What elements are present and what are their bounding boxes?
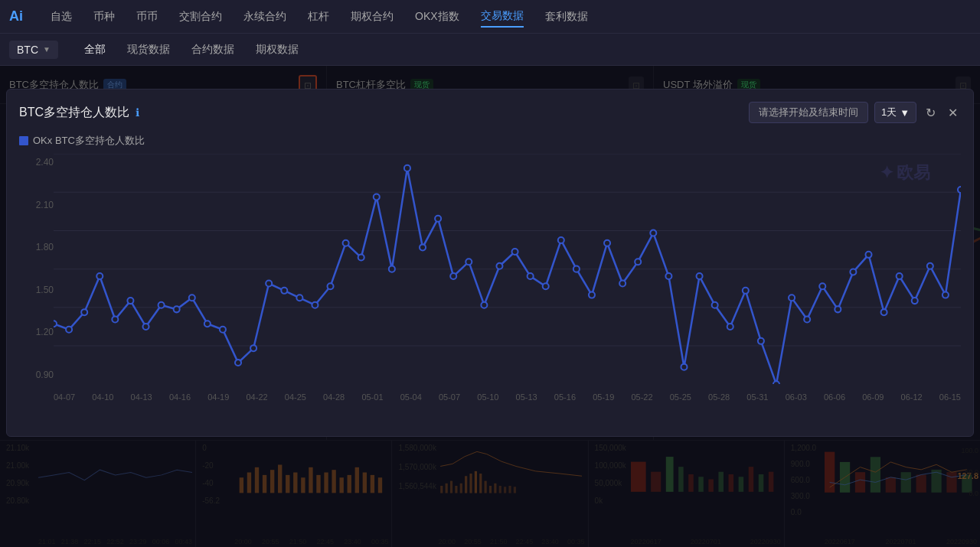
sub-tab-all[interactable]: 全部 <box>74 37 116 63</box>
nav-item-okxzhibiao[interactable]: OKX指数 <box>415 7 459 27</box>
svg-point-94 <box>512 249 518 255</box>
svg-point-74 <box>204 321 211 327</box>
sub-tab-contract[interactable]: 合约数据 <box>181 37 245 63</box>
svg-point-83 <box>343 240 349 246</box>
btc-dropdown[interactable]: BTC ▼ <box>9 41 58 59</box>
nav-item-bibi[interactable]: 币币 <box>136 7 158 27</box>
x-axis: 04-07 04-10 04-13 04-16 04-19 04-22 04-2… <box>54 388 961 406</box>
svg-point-89 <box>435 216 441 222</box>
y-label-240: 2.40 <box>19 157 54 168</box>
svg-point-96 <box>543 283 549 289</box>
dropdown-arrow-icon: ▼ <box>43 45 51 54</box>
modal-controls: 请选择开始及结束时间 1天 ▼ ↻ ✕ <box>749 102 961 123</box>
nav-item-jiaoge[interactable]: 交割合约 <box>179 7 222 27</box>
y-label-150: 1.50 <box>19 285 54 295</box>
svg-point-80 <box>296 295 302 301</box>
x-label-0612: 06-12 <box>901 392 923 402</box>
x-label-0501: 05-01 <box>361 392 383 402</box>
nav-item-yongxu[interactable]: 永续合约 <box>243 7 286 27</box>
svg-point-92 <box>481 302 487 308</box>
svg-point-110 <box>758 338 764 344</box>
x-label-0531: 05-31 <box>746 392 768 402</box>
nav-item-qiquan[interactable]: 期权合约 <box>351 7 394 27</box>
info-icon[interactable]: ℹ <box>136 106 139 119</box>
period-select[interactable]: 1天 ▼ <box>874 102 916 123</box>
x-label-0615: 06-15 <box>939 392 961 402</box>
x-label-0419: 04-19 <box>207 392 229 402</box>
refresh-button[interactable]: ↻ <box>923 104 939 122</box>
svg-point-95 <box>528 273 534 279</box>
svg-point-105 <box>681 364 687 370</box>
nav-item-ganggan[interactable]: 杠杆 <box>308 7 329 27</box>
svg-point-70 <box>142 324 149 330</box>
x-label-0519: 05-19 <box>593 392 614 402</box>
svg-point-97 <box>558 237 564 243</box>
x-label-0504: 05-04 <box>400 392 422 402</box>
y-label-180: 1.80 <box>19 242 54 252</box>
x-label-0425: 04-25 <box>285 392 306 402</box>
svg-point-112 <box>789 295 795 301</box>
y-label-210: 2.10 <box>19 200 54 210</box>
x-label-0513: 05-13 <box>516 392 537 402</box>
svg-point-93 <box>496 263 502 269</box>
sub-tab-spot[interactable]: 现货数据 <box>116 37 181 63</box>
x-label-0410: 04-10 <box>92 392 113 402</box>
sub-tab-options[interactable]: 期权数据 <box>245 37 309 63</box>
svg-point-118 <box>881 309 887 315</box>
date-picker-button[interactable]: 请选择开始及结束时间 <box>749 102 868 123</box>
svg-point-71 <box>158 302 165 308</box>
x-label-0606: 06-06 <box>824 392 845 402</box>
x-label-0422: 04-22 <box>246 392 267 402</box>
svg-point-81 <box>312 302 318 308</box>
svg-point-84 <box>358 255 364 261</box>
svg-point-72 <box>174 306 180 312</box>
chart-modal: BTC多空持仓人数比 ℹ 请选择开始及结束时间 1天 ▼ ↻ ✕ OKx BTC… <box>6 89 974 437</box>
y-label-090: 0.90 <box>19 370 54 380</box>
svg-point-98 <box>573 266 580 272</box>
svg-point-103 <box>650 230 656 236</box>
svg-point-79 <box>281 288 287 294</box>
x-label-0522: 05-22 <box>631 392 652 402</box>
svg-point-122 <box>942 292 949 298</box>
svg-point-78 <box>266 280 272 286</box>
svg-point-121 <box>927 263 933 269</box>
svg-point-90 <box>450 273 456 279</box>
y-axis: 2.40 2.10 1.80 1.50 1.20 0.90 <box>19 154 54 383</box>
nav-item-bizhong[interactable]: 币种 <box>93 7 115 27</box>
x-label-0413: 04-13 <box>131 392 152 402</box>
svg-point-82 <box>328 283 334 289</box>
x-label-0525: 05-25 <box>670 392 691 402</box>
x-label-0428: 04-28 <box>323 392 345 402</box>
legend-label: OKx BTC多空持仓人数比 <box>33 134 145 148</box>
svg-point-106 <box>697 273 703 279</box>
x-label-0603: 06-03 <box>786 392 807 402</box>
svg-point-116 <box>850 269 856 275</box>
close-button[interactable]: ✕ <box>945 104 961 122</box>
svg-point-102 <box>635 259 641 265</box>
svg-point-114 <box>819 283 825 289</box>
modal-title: BTC多空持仓人数比 <box>19 105 129 121</box>
nav-item-taolishuju[interactable]: 套利数据 <box>545 7 588 27</box>
svg-point-66 <box>81 309 87 315</box>
svg-point-100 <box>604 240 610 246</box>
x-label-0510: 05-10 <box>477 392 498 402</box>
svg-point-101 <box>619 280 626 286</box>
modal-header: BTC多空持仓人数比 ℹ 请选择开始及结束时间 1天 ▼ ↻ ✕ <box>19 102 961 123</box>
x-label-0407: 04-07 <box>54 392 75 402</box>
svg-point-64 <box>54 321 57 327</box>
svg-point-76 <box>235 360 241 366</box>
logo: Ai <box>9 8 23 24</box>
svg-point-86 <box>389 266 395 272</box>
svg-point-68 <box>112 316 118 322</box>
main-chart: ✦ 欧易 2.40 2.10 1.80 1.50 1.20 0.90 <box>19 154 961 406</box>
nav-item-zixuan[interactable]: 自选 <box>51 7 72 27</box>
nav-item-jiaoyishuju[interactable]: 交易数据 <box>481 6 524 28</box>
y-label-120: 1.20 <box>19 327 54 337</box>
svg-point-85 <box>374 194 380 200</box>
svg-point-67 <box>96 273 103 279</box>
x-label-0507: 05-07 <box>439 392 460 402</box>
svg-point-107 <box>712 302 718 308</box>
svg-point-113 <box>804 316 810 322</box>
svg-point-75 <box>220 327 226 333</box>
btc-dropdown-value: BTC <box>17 44 38 56</box>
